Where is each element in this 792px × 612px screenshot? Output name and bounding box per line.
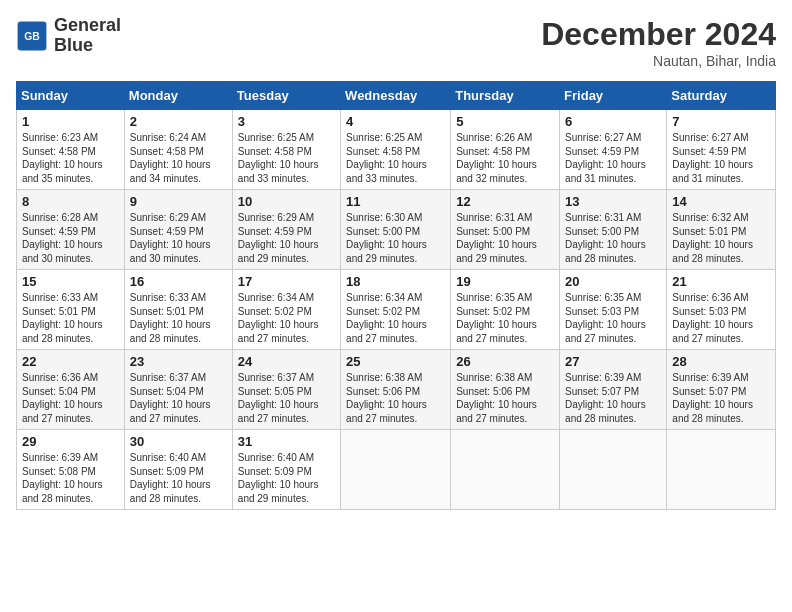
calendar-week-row: 29 Sunrise: 6:39 AM Sunset: 5:08 PM Dayl… bbox=[17, 430, 776, 510]
table-row: 25 Sunrise: 6:38 AM Sunset: 5:06 PM Dayl… bbox=[341, 350, 451, 430]
col-saturday: Saturday bbox=[667, 82, 776, 110]
logo-line2: Blue bbox=[54, 36, 121, 56]
day-info: Sunrise: 6:37 AM Sunset: 5:04 PM Dayligh… bbox=[130, 371, 227, 425]
table-row: 24 Sunrise: 6:37 AM Sunset: 5:05 PM Dayl… bbox=[232, 350, 340, 430]
day-number: 17 bbox=[238, 274, 335, 289]
day-number: 13 bbox=[565, 194, 661, 209]
table-row: 12 Sunrise: 6:31 AM Sunset: 5:00 PM Dayl… bbox=[451, 190, 560, 270]
table-row: 6 Sunrise: 6:27 AM Sunset: 4:59 PM Dayli… bbox=[560, 110, 667, 190]
day-number: 15 bbox=[22, 274, 119, 289]
day-info: Sunrise: 6:40 AM Sunset: 5:09 PM Dayligh… bbox=[238, 451, 335, 505]
table-row: 16 Sunrise: 6:33 AM Sunset: 5:01 PM Dayl… bbox=[124, 270, 232, 350]
day-info: Sunrise: 6:31 AM Sunset: 5:00 PM Dayligh… bbox=[565, 211, 661, 265]
day-info: Sunrise: 6:31 AM Sunset: 5:00 PM Dayligh… bbox=[456, 211, 554, 265]
day-number: 9 bbox=[130, 194, 227, 209]
day-number: 10 bbox=[238, 194, 335, 209]
day-number: 29 bbox=[22, 434, 119, 449]
day-number: 21 bbox=[672, 274, 770, 289]
table-row bbox=[341, 430, 451, 510]
day-number: 16 bbox=[130, 274, 227, 289]
table-row: 15 Sunrise: 6:33 AM Sunset: 5:01 PM Dayl… bbox=[17, 270, 125, 350]
col-wednesday: Wednesday bbox=[341, 82, 451, 110]
day-number: 7 bbox=[672, 114, 770, 129]
table-row: 23 Sunrise: 6:37 AM Sunset: 5:04 PM Dayl… bbox=[124, 350, 232, 430]
day-info: Sunrise: 6:38 AM Sunset: 5:06 PM Dayligh… bbox=[456, 371, 554, 425]
table-row: 2 Sunrise: 6:24 AM Sunset: 4:58 PM Dayli… bbox=[124, 110, 232, 190]
day-number: 12 bbox=[456, 194, 554, 209]
calendar-week-row: 1 Sunrise: 6:23 AM Sunset: 4:58 PM Dayli… bbox=[17, 110, 776, 190]
day-number: 11 bbox=[346, 194, 445, 209]
day-info: Sunrise: 6:29 AM Sunset: 4:59 PM Dayligh… bbox=[130, 211, 227, 265]
title-block: December 2024 Nautan, Bihar, India bbox=[541, 16, 776, 69]
logo: GB General Blue bbox=[16, 16, 121, 56]
day-info: Sunrise: 6:33 AM Sunset: 5:01 PM Dayligh… bbox=[130, 291, 227, 345]
calendar-header-row: Sunday Monday Tuesday Wednesday Thursday… bbox=[17, 82, 776, 110]
day-number: 23 bbox=[130, 354, 227, 369]
day-info: Sunrise: 6:39 AM Sunset: 5:07 PM Dayligh… bbox=[672, 371, 770, 425]
table-row: 14 Sunrise: 6:32 AM Sunset: 5:01 PM Dayl… bbox=[667, 190, 776, 270]
table-row: 13 Sunrise: 6:31 AM Sunset: 5:00 PM Dayl… bbox=[560, 190, 667, 270]
day-number: 3 bbox=[238, 114, 335, 129]
day-info: Sunrise: 6:39 AM Sunset: 5:07 PM Dayligh… bbox=[565, 371, 661, 425]
day-info: Sunrise: 6:27 AM Sunset: 4:59 PM Dayligh… bbox=[672, 131, 770, 185]
col-sunday: Sunday bbox=[17, 82, 125, 110]
day-number: 24 bbox=[238, 354, 335, 369]
day-number: 4 bbox=[346, 114, 445, 129]
day-info: Sunrise: 6:40 AM Sunset: 5:09 PM Dayligh… bbox=[130, 451, 227, 505]
day-info: Sunrise: 6:34 AM Sunset: 5:02 PM Dayligh… bbox=[346, 291, 445, 345]
table-row: 19 Sunrise: 6:35 AM Sunset: 5:02 PM Dayl… bbox=[451, 270, 560, 350]
table-row: 8 Sunrise: 6:28 AM Sunset: 4:59 PM Dayli… bbox=[17, 190, 125, 270]
day-info: Sunrise: 6:39 AM Sunset: 5:08 PM Dayligh… bbox=[22, 451, 119, 505]
table-row bbox=[451, 430, 560, 510]
col-friday: Friday bbox=[560, 82, 667, 110]
day-number: 22 bbox=[22, 354, 119, 369]
day-number: 28 bbox=[672, 354, 770, 369]
table-row: 1 Sunrise: 6:23 AM Sunset: 4:58 PM Dayli… bbox=[17, 110, 125, 190]
table-row: 7 Sunrise: 6:27 AM Sunset: 4:59 PM Dayli… bbox=[667, 110, 776, 190]
day-info: Sunrise: 6:35 AM Sunset: 5:02 PM Dayligh… bbox=[456, 291, 554, 345]
table-row: 9 Sunrise: 6:29 AM Sunset: 4:59 PM Dayli… bbox=[124, 190, 232, 270]
day-number: 14 bbox=[672, 194, 770, 209]
table-row: 26 Sunrise: 6:38 AM Sunset: 5:06 PM Dayl… bbox=[451, 350, 560, 430]
table-row bbox=[667, 430, 776, 510]
day-number: 6 bbox=[565, 114, 661, 129]
calendar-table: Sunday Monday Tuesday Wednesday Thursday… bbox=[16, 81, 776, 510]
location: Nautan, Bihar, India bbox=[541, 53, 776, 69]
day-number: 18 bbox=[346, 274, 445, 289]
col-monday: Monday bbox=[124, 82, 232, 110]
table-row bbox=[560, 430, 667, 510]
day-number: 26 bbox=[456, 354, 554, 369]
day-info: Sunrise: 6:26 AM Sunset: 4:58 PM Dayligh… bbox=[456, 131, 554, 185]
table-row: 17 Sunrise: 6:34 AM Sunset: 5:02 PM Dayl… bbox=[232, 270, 340, 350]
day-number: 31 bbox=[238, 434, 335, 449]
day-info: Sunrise: 6:38 AM Sunset: 5:06 PM Dayligh… bbox=[346, 371, 445, 425]
logo-icon: GB bbox=[16, 20, 48, 52]
table-row: 4 Sunrise: 6:25 AM Sunset: 4:58 PM Dayli… bbox=[341, 110, 451, 190]
day-info: Sunrise: 6:36 AM Sunset: 5:03 PM Dayligh… bbox=[672, 291, 770, 345]
table-row: 31 Sunrise: 6:40 AM Sunset: 5:09 PM Dayl… bbox=[232, 430, 340, 510]
table-row: 11 Sunrise: 6:30 AM Sunset: 5:00 PM Dayl… bbox=[341, 190, 451, 270]
day-number: 30 bbox=[130, 434, 227, 449]
table-row: 3 Sunrise: 6:25 AM Sunset: 4:58 PM Dayli… bbox=[232, 110, 340, 190]
day-info: Sunrise: 6:35 AM Sunset: 5:03 PM Dayligh… bbox=[565, 291, 661, 345]
day-number: 25 bbox=[346, 354, 445, 369]
table-row: 28 Sunrise: 6:39 AM Sunset: 5:07 PM Dayl… bbox=[667, 350, 776, 430]
table-row: 22 Sunrise: 6:36 AM Sunset: 5:04 PM Dayl… bbox=[17, 350, 125, 430]
day-info: Sunrise: 6:34 AM Sunset: 5:02 PM Dayligh… bbox=[238, 291, 335, 345]
day-info: Sunrise: 6:25 AM Sunset: 4:58 PM Dayligh… bbox=[346, 131, 445, 185]
calendar-week-row: 15 Sunrise: 6:33 AM Sunset: 5:01 PM Dayl… bbox=[17, 270, 776, 350]
page-header: GB General Blue December 2024 Nautan, Bi… bbox=[16, 16, 776, 69]
table-row: 27 Sunrise: 6:39 AM Sunset: 5:07 PM Dayl… bbox=[560, 350, 667, 430]
day-info: Sunrise: 6:28 AM Sunset: 4:59 PM Dayligh… bbox=[22, 211, 119, 265]
table-row: 10 Sunrise: 6:29 AM Sunset: 4:59 PM Dayl… bbox=[232, 190, 340, 270]
col-tuesday: Tuesday bbox=[232, 82, 340, 110]
svg-text:GB: GB bbox=[24, 31, 40, 42]
month-year: December 2024 bbox=[541, 16, 776, 53]
day-info: Sunrise: 6:33 AM Sunset: 5:01 PM Dayligh… bbox=[22, 291, 119, 345]
day-info: Sunrise: 6:24 AM Sunset: 4:58 PM Dayligh… bbox=[130, 131, 227, 185]
day-number: 1 bbox=[22, 114, 119, 129]
day-info: Sunrise: 6:29 AM Sunset: 4:59 PM Dayligh… bbox=[238, 211, 335, 265]
day-info: Sunrise: 6:27 AM Sunset: 4:59 PM Dayligh… bbox=[565, 131, 661, 185]
table-row: 21 Sunrise: 6:36 AM Sunset: 5:03 PM Dayl… bbox=[667, 270, 776, 350]
day-number: 20 bbox=[565, 274, 661, 289]
